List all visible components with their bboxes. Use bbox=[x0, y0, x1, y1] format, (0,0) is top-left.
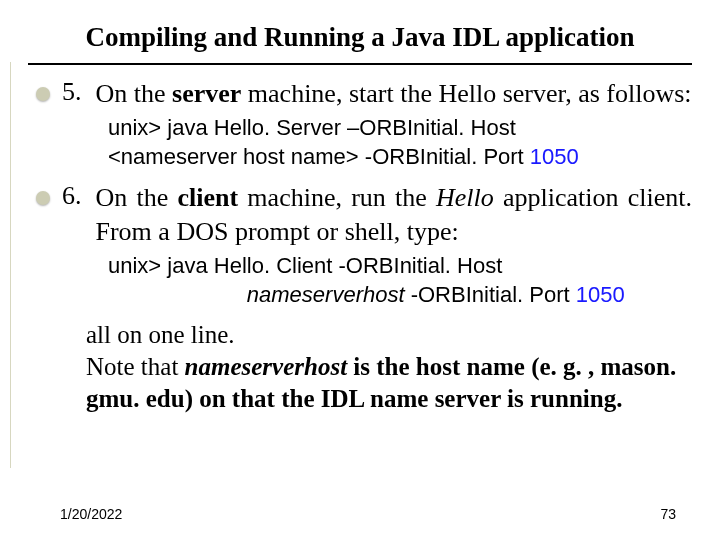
item-body: On the server machine, start the Hello s… bbox=[96, 77, 693, 110]
port-number: 1050 bbox=[576, 282, 625, 307]
note-text: Note that bbox=[86, 353, 185, 380]
item-number: 6. bbox=[62, 181, 82, 211]
text-italic: Hello bbox=[436, 183, 494, 212]
prompt: unix> bbox=[108, 115, 167, 140]
port-number: 1050 bbox=[530, 144, 579, 169]
text-bold: server bbox=[172, 79, 241, 108]
text: machine, run the bbox=[238, 183, 436, 212]
title-underline bbox=[28, 63, 692, 65]
text-bold: client bbox=[177, 183, 238, 212]
prompt: unix> bbox=[108, 253, 167, 278]
list-item: 5. On the server machine, start the Hell… bbox=[28, 77, 692, 110]
command-text: <nameserver host name> -ORBInitial. Port bbox=[108, 144, 530, 169]
list-item: 6. On the client machine, run the Hello … bbox=[28, 181, 692, 248]
bullet-icon bbox=[36, 87, 50, 101]
command-block: unix> java Hello. Server –ORBInitial. Ho… bbox=[108, 114, 692, 171]
command-text: java Hello. Client -ORBInitial. Host bbox=[167, 253, 502, 278]
text: On the bbox=[96, 79, 173, 108]
left-margin-rule bbox=[10, 62, 11, 468]
slide-title: Compiling and Running a Java IDL applica… bbox=[28, 22, 692, 53]
bullet-icon bbox=[36, 191, 50, 205]
note-italic: nameserverhost bbox=[185, 353, 348, 380]
text: machine, start the Hello server, as foll… bbox=[241, 79, 691, 108]
slide-content: Compiling and Running a Java IDL applica… bbox=[0, 0, 720, 415]
command-italic: nameserverhost bbox=[247, 282, 405, 307]
note-block: all on one line. Note that nameserverhos… bbox=[86, 319, 692, 415]
footer-page-number: 73 bbox=[660, 506, 676, 522]
item-number: 5. bbox=[62, 77, 82, 107]
note-line: all on one line. bbox=[86, 321, 235, 348]
command-text: java Hello. Server –ORBInitial. Host bbox=[167, 115, 515, 140]
command-text: -ORBInitial. Port bbox=[405, 282, 576, 307]
command-block: unix> java Hello. Client -ORBInitial. Ho… bbox=[108, 252, 692, 309]
footer-date: 1/20/2022 bbox=[60, 506, 122, 522]
text: On the bbox=[96, 183, 178, 212]
item-body: On the client machine, run the Hello app… bbox=[96, 181, 693, 248]
